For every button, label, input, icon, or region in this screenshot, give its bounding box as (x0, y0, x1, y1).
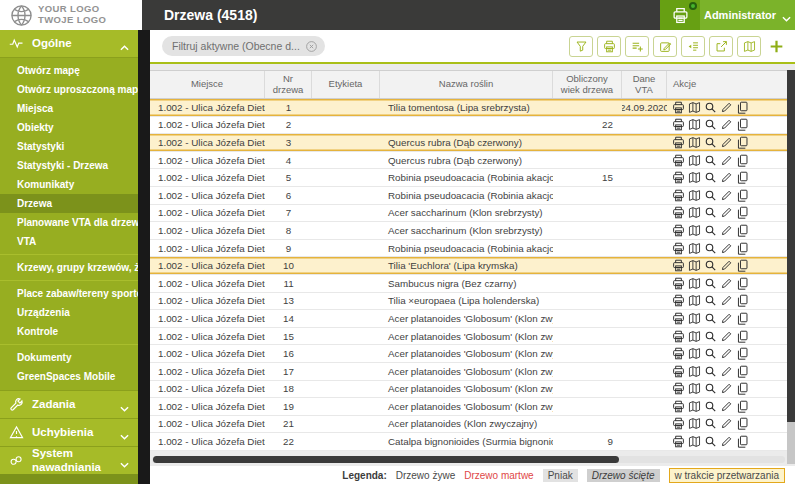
edit-action-icon[interactable] (720, 277, 733, 290)
map-action-icon[interactable] (688, 154, 701, 167)
toolbar-print-button[interactable] (597, 36, 621, 57)
active-filter-chip[interactable]: Filtruj aktywne (Obecne d... (162, 36, 325, 56)
table-row[interactable]: 1.002 - Ulica Józefa Dietla7Acer sacchar… (150, 205, 787, 223)
edit-action-icon[interactable] (720, 400, 733, 413)
copy-action-icon[interactable] (736, 347, 749, 360)
table-row[interactable]: 1.002 - Ulica Józefa Dietla14Acer platan… (150, 310, 787, 328)
search-action-icon[interactable] (704, 294, 717, 307)
edit-action-icon[interactable] (720, 347, 733, 360)
print-action-icon[interactable] (672, 101, 685, 114)
table-row[interactable]: 1.002 - Ulica Józefa Dietla222 (150, 117, 787, 135)
map-action-icon[interactable] (688, 277, 701, 290)
table-row[interactable]: 1.002 - Ulica Józefa Dietla13Tilia ×euro… (150, 293, 787, 311)
edit-action-icon[interactable] (720, 189, 733, 202)
copy-action-icon[interactable] (736, 259, 749, 272)
search-action-icon[interactable] (704, 136, 717, 149)
copy-action-icon[interactable] (736, 330, 749, 343)
sidebar-item[interactable]: Place zabaw/tereny sportowe (0, 280, 138, 303)
table-row[interactable]: 1.002 - Ulica Józefa Dietla15Acer platan… (150, 328, 787, 346)
vertical-scrollbar[interactable] (787, 70, 795, 464)
print-action-icon[interactable] (672, 224, 685, 237)
remove-filter-icon[interactable] (305, 40, 318, 53)
map-action-icon[interactable] (688, 347, 701, 360)
edit-action-icon[interactable] (720, 154, 733, 167)
search-action-icon[interactable] (704, 206, 717, 219)
print-action-icon[interactable] (672, 347, 685, 360)
print-action-icon[interactable] (672, 154, 685, 167)
table-row[interactable]: 1.002 - Ulica Józefa Dietla17Acer platan… (150, 363, 787, 381)
sidebar-item[interactable]: Drzewa (0, 194, 138, 213)
copy-action-icon[interactable] (736, 242, 749, 255)
edit-action-icon[interactable] (720, 118, 733, 131)
sidebar-section-system-nawadniania[interactable]: System nawadniania (0, 446, 138, 474)
table-row[interactable]: 1.002 - Ulica Józefa Dietla6Robinia pseu… (150, 187, 787, 205)
table-row[interactable]: 1.002 - Ulica Józefa Dietla10Tilia 'Euch… (150, 257, 787, 275)
copy-action-icon[interactable] (736, 154, 749, 167)
copy-action-icon[interactable] (736, 435, 749, 448)
edit-action-icon[interactable] (720, 101, 733, 114)
copy-action-icon[interactable] (736, 277, 749, 290)
column-header[interactable]: Etykieta (312, 71, 380, 98)
edit-action-icon[interactable] (720, 171, 733, 184)
sidebar-section-zadania[interactable]: Zadania (0, 390, 138, 418)
user-menu-button[interactable]: Administrator (700, 0, 795, 30)
edit-action-icon[interactable] (720, 206, 733, 219)
search-action-icon[interactable] (704, 347, 717, 360)
map-action-icon[interactable] (688, 206, 701, 219)
map-action-icon[interactable] (688, 417, 701, 430)
map-action-icon[interactable] (688, 259, 701, 272)
sidebar-item[interactable]: Statystyki - Drzewa (0, 156, 138, 175)
map-action-icon[interactable] (688, 101, 701, 114)
edit-action-icon[interactable] (720, 417, 733, 430)
map-action-icon[interactable] (688, 242, 701, 255)
sidebar-item[interactable]: Urządzenia (0, 303, 138, 322)
map-action-icon[interactable] (688, 294, 701, 307)
search-action-icon[interactable] (704, 312, 717, 325)
map-action-icon[interactable] (688, 435, 701, 448)
table-row[interactable]: 1.002 - Ulica Józefa Dietla18Acer platan… (150, 381, 787, 399)
copy-action-icon[interactable] (736, 224, 749, 237)
copy-action-icon[interactable] (736, 365, 749, 378)
table-row[interactable]: 1.002 - Ulica Józefa Dietla22Catalpa big… (150, 433, 787, 451)
sidebar-item[interactable]: Kontrole (0, 322, 138, 341)
print-action-icon[interactable] (672, 136, 685, 149)
column-header[interactable]: Obliczony wiek drzewa (553, 71, 622, 98)
map-action-icon[interactable] (688, 136, 701, 149)
toolbar-edit-square-button[interactable] (653, 36, 677, 57)
copy-action-icon[interactable] (736, 400, 749, 413)
edit-action-icon[interactable] (720, 136, 733, 149)
copy-action-icon[interactable] (736, 136, 749, 149)
horizontal-scrollbar-thumb[interactable] (153, 456, 619, 463)
toolbar-add-button[interactable] (765, 36, 787, 57)
map-action-icon[interactable] (688, 312, 701, 325)
copy-action-icon[interactable] (736, 171, 749, 184)
search-action-icon[interactable] (704, 400, 717, 413)
edit-action-icon[interactable] (720, 382, 733, 395)
print-action-icon[interactable] (672, 206, 685, 219)
edit-action-icon[interactable] (720, 312, 733, 325)
edit-action-icon[interactable] (720, 242, 733, 255)
copy-action-icon[interactable] (736, 118, 749, 131)
table-row[interactable]: 1.002 - Ulica Józefa Dietla5Robinia pseu… (150, 169, 787, 187)
print-action-icon[interactable] (672, 417, 685, 430)
edit-action-icon[interactable] (720, 435, 733, 448)
toolbar-detach-list-button[interactable] (681, 36, 705, 57)
header-print-button[interactable] (660, 0, 700, 30)
print-action-icon[interactable] (672, 312, 685, 325)
edit-action-icon[interactable] (720, 224, 733, 237)
sidebar-item[interactable]: VTA (0, 232, 138, 251)
column-header[interactable]: Dane VTA (622, 71, 667, 98)
sidebar-item[interactable]: GreenSpaces Mobile (0, 367, 138, 386)
toolbar-add-to-list-button[interactable] (625, 36, 649, 57)
map-action-icon[interactable] (688, 330, 701, 343)
table-row[interactable]: 1.002 - Ulica Józefa Dietla9Robinia pseu… (150, 240, 787, 258)
toolbar-filter-button[interactable] (569, 36, 593, 57)
search-action-icon[interactable] (704, 224, 717, 237)
map-action-icon[interactable] (688, 224, 701, 237)
edit-action-icon[interactable] (720, 330, 733, 343)
toolbar-map-button[interactable] (737, 36, 761, 57)
print-action-icon[interactable] (672, 330, 685, 343)
column-header[interactable]: Nazwa roślin (380, 71, 553, 98)
vertical-scrollbar-thumb[interactable] (787, 70, 795, 422)
search-action-icon[interactable] (704, 382, 717, 395)
